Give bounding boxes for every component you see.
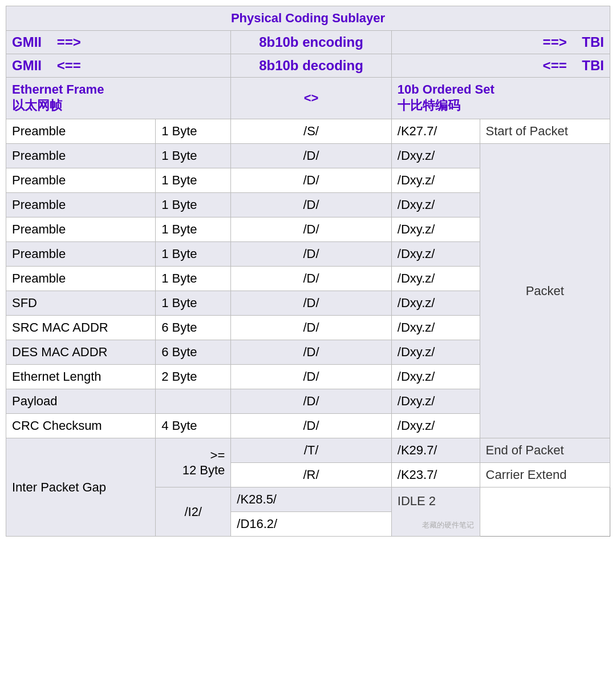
field-size-11: [156, 389, 231, 414]
field-size-8: 6 Byte: [156, 316, 231, 340]
ipg-d2-2: /K23.7/: [391, 463, 480, 487]
field-d2-11: /Dxy.z/: [391, 389, 480, 414]
col-header-eth-zh: 以太网帧: [12, 98, 62, 112]
field-name-2: Preamble: [6, 168, 156, 193]
col-header-ordered-set: 10b Ordered Set 十比特编码: [391, 78, 610, 119]
field-d1-9: /D/: [231, 340, 392, 365]
gmii-left-2: GMII <==: [6, 54, 231, 78]
watermark-label: 老藏的硬件笔记: [398, 520, 474, 530]
field-d2-1: /Dxy.z/: [391, 144, 480, 168]
field-d2-12: /Dxy.z/: [391, 414, 480, 438]
field-d1-12: /D/: [231, 414, 392, 438]
col-header-ordered-zh: 十比特编码: [398, 98, 460, 112]
field-d1-0: /S/: [231, 119, 392, 144]
title-row: Physical Coding Sublayer: [6, 6, 610, 31]
field-d1-2: /D/: [231, 168, 392, 193]
field-name-11: Payload: [6, 389, 156, 414]
field-size-0: 1 Byte: [156, 119, 231, 144]
field-size-2: 1 Byte: [156, 168, 231, 193]
field-d1-8: /D/: [231, 316, 392, 340]
col-header-ethernet: Ethernet Frame 以太网帧: [6, 78, 231, 119]
ipg-d2-3b: /D16.2/: [231, 512, 392, 537]
field-d1-3: /D/: [231, 193, 392, 217]
field-size-6: 1 Byte: [156, 267, 231, 291]
field-d2-2: /Dxy.z/: [391, 168, 480, 193]
field-d1-1: /D/: [231, 144, 392, 168]
field-size-5: 1 Byte: [156, 242, 231, 267]
field-d2-7: /Dxy.z/: [391, 291, 480, 316]
gmii-mid-1: 8b10b encoding: [231, 31, 392, 54]
field-d1-7: /D/: [231, 291, 392, 316]
page-container: Physical Coding Sublayer GMII ==> 8b10b …: [0, 0, 616, 542]
field-d2-3: /Dxy.z/: [391, 193, 480, 217]
gmii-row-2: GMII <== 8b10b decoding <== TBI: [6, 54, 610, 78]
field-name-5: Preamble: [6, 242, 156, 267]
field-size-7: 1 Byte: [156, 291, 231, 316]
idle-label: IDLE 2: [398, 494, 436, 508]
field-d1-5: /D/: [231, 242, 392, 267]
field-d2-8: /Dxy.z/: [391, 316, 480, 340]
field-name-9: DES MAC ADDR: [6, 340, 156, 365]
col-header-ordered-label: 10b Ordered Set: [398, 82, 495, 96]
field-d2-9: /Dxy.z/: [391, 340, 480, 365]
field-d2-10: /Dxy.z/: [391, 365, 480, 389]
ipg-name-cell: Inter Packet Gap: [6, 438, 156, 537]
field-d1-4: /D/: [231, 217, 392, 242]
field-size-9: 6 Byte: [156, 340, 231, 365]
ipg-d1-3: /I2/: [156, 487, 231, 537]
ipg-d2-1: /K29.7/: [391, 438, 480, 463]
ipg-d2-3a: /K28.5/: [231, 487, 392, 512]
field-name-7: SFD: [6, 291, 156, 316]
end-of-packet-cell: End of Packet: [480, 438, 610, 463]
ipg-size-cell: >=12 Byte: [156, 438, 231, 487]
main-table: Physical Coding Sublayer GMII ==> 8b10b …: [6, 6, 610, 537]
col-header-eth-label: Ethernet Frame: [12, 82, 104, 96]
field-size-4: 1 Byte: [156, 217, 231, 242]
field-name-1: Preamble: [6, 144, 156, 168]
field-name-0: Preamble: [6, 119, 156, 144]
page-title: Physical Coding Sublayer: [6, 6, 610, 31]
ipg-d1-2: /R/: [231, 463, 392, 487]
gmii-row-1: GMII ==> 8b10b encoding ==> TBI: [6, 31, 610, 54]
gmii-left-1: GMII ==>: [6, 31, 231, 54]
idle-cell: IDLE 2 老藏的硬件笔记: [391, 487, 480, 537]
field-name-10: Ethernet Length: [6, 365, 156, 389]
field-d1-6: /D/: [231, 267, 392, 291]
gmii-right-1: ==> TBI: [391, 31, 610, 54]
field-name-4: Preamble: [6, 217, 156, 242]
field-size-12: 4 Byte: [156, 414, 231, 438]
start-of-packet-cell: Start of Packet: [480, 119, 610, 144]
field-d1-10: /D/: [231, 365, 392, 389]
ipg-d1-1: /T/: [231, 438, 392, 463]
carrier-extend-cell: Carrier Extend: [480, 463, 610, 487]
field-size-1: 1 Byte: [156, 144, 231, 168]
field-name-3: Preamble: [6, 193, 156, 217]
gmii-mid-2: 8b10b decoding: [231, 54, 392, 78]
field-d2-4: /Dxy.z/: [391, 217, 480, 242]
field-size-10: 2 Byte: [156, 365, 231, 389]
field-name-12: CRC Checksum: [6, 414, 156, 438]
field-d2-0: /K27.7/: [391, 119, 480, 144]
col-header-arrow: <>: [231, 78, 392, 119]
field-d2-6: /Dxy.z/: [391, 267, 480, 291]
data-row-1: Preamble 1 Byte /D/ /Dxy.z/ Packet: [6, 144, 610, 168]
gmii-right-2: <== TBI: [391, 54, 610, 78]
field-name-6: Preamble: [6, 267, 156, 291]
field-size-3: 1 Byte: [156, 193, 231, 217]
field-d1-11: /D/: [231, 389, 392, 414]
ipg-row-1: Inter Packet Gap >=12 Byte /T/ /K29.7/ E…: [6, 438, 610, 463]
col-header-row: Ethernet Frame 以太网帧 <> 10b Ordered Set 十…: [6, 78, 610, 119]
field-d2-5: /Dxy.z/: [391, 242, 480, 267]
packet-span-cell: Packet: [480, 144, 610, 438]
field-name-8: SRC MAC ADDR: [6, 316, 156, 340]
data-row-0: Preamble 1 Byte /S/ /K27.7/ Start of Pac…: [6, 119, 610, 144]
